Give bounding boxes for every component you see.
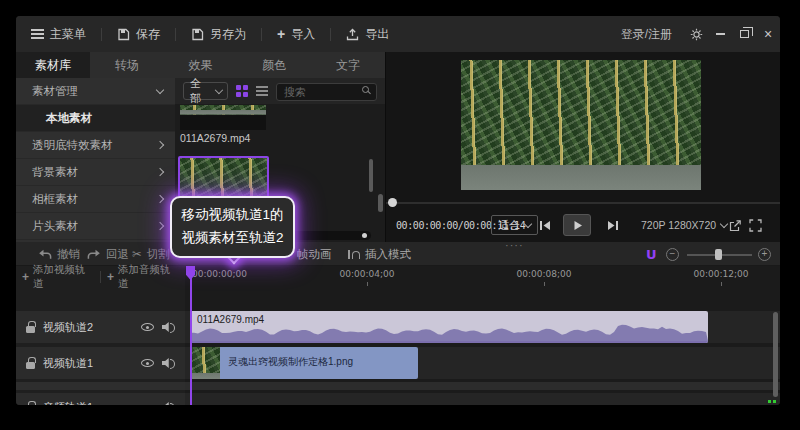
fullscreen-button[interactable]: [749, 219, 762, 232]
minimize-button[interactable]: [708, 16, 732, 52]
app-window: 主菜单 保存 另存为 + 导入 导出 登录/注册 ×: [16, 16, 780, 405]
lock-icon[interactable]: [26, 362, 35, 369]
chevron-down-icon: [214, 85, 222, 93]
timeline-ruler[interactable]: 00:00:00;00 00:00:04;00 00:00:08;00 00:0…: [185, 266, 780, 287]
export-button[interactable]: 导出: [331, 16, 404, 52]
thumbnail-size-slider[interactable]: [287, 231, 371, 240]
plus-icon: +: [22, 271, 29, 283]
seekbar-track[interactable]: [386, 202, 780, 204]
import-label: 导入: [291, 26, 315, 43]
snapshot-button[interactable]: [729, 219, 742, 232]
ruler-tick: 00:00:00;00: [192, 269, 247, 279]
play-icon: [572, 220, 583, 231]
plus-icon: +: [758, 248, 771, 261]
minimize-icon: [716, 33, 725, 35]
resize-grip[interactable]: [768, 400, 771, 403]
sidebar-item-background[interactable]: 背景素材: [16, 159, 175, 186]
preview-video[interactable]: [461, 60, 701, 190]
playhead[interactable]: [190, 266, 192, 405]
preview-seekbar[interactable]: [386, 198, 780, 208]
preview-panel: 00:00:00:00/00:00:11:14 适合 720P 1280X720: [385, 52, 780, 242]
clip-video[interactable]: 011A2679.mp4: [190, 311, 708, 343]
chevron-down-icon: [720, 219, 728, 227]
previous-frame-button[interactable]: [539, 220, 551, 231]
media-item-thumbnail[interactable]: [180, 105, 266, 130]
media-scrollbar[interactable]: [369, 159, 373, 192]
timeline-vertical-scrollbar[interactable]: [773, 312, 778, 397]
redo-icon: [87, 249, 101, 260]
settings-button[interactable]: [684, 16, 708, 52]
panel-splitter-handle[interactable]: [378, 194, 383, 212]
minus-icon: −: [666, 248, 679, 261]
undo-icon: [38, 249, 52, 260]
play-button[interactable]: [563, 214, 591, 236]
add-audio-track-button[interactable]: + 添加音频轨道: [101, 263, 185, 291]
zoom-slider-handle[interactable]: [715, 249, 722, 260]
tooltip-line1: 移动视频轨道1的: [181, 205, 283, 226]
track-header-video1[interactable]: 视频轨道1: [16, 347, 185, 379]
magnet-icon: U: [646, 247, 657, 262]
chevron-right-icon: [156, 141, 164, 149]
restore-button[interactable]: [732, 16, 756, 52]
track-header-audio1[interactable]: 音频轨道1: [16, 393, 185, 405]
media-filter-dropdown[interactable]: 全部: [183, 82, 228, 100]
zoom-in-button[interactable]: +: [758, 242, 771, 266]
timeline-lanes[interactable]: 00:00:00;00 00:00:04;00 00:00:08;00 00:0…: [185, 266, 780, 405]
track-header-video2[interactable]: 视频轨道2: [16, 311, 185, 343]
titlebar: 主菜单 保存 另存为 + 导入 导出 登录/注册 ×: [16, 16, 780, 52]
export-icon: [346, 28, 359, 41]
seekbar-handle[interactable]: [388, 198, 397, 207]
speaker-icon[interactable]: [162, 322, 175, 332]
fit-mode-dropdown[interactable]: 适合: [491, 215, 538, 235]
snap-magnet-button[interactable]: U: [646, 242, 657, 266]
keyframe-animation-button[interactable]: 帧动画: [297, 242, 332, 266]
chevron-down-icon: [156, 85, 164, 93]
export-frame-icon: [729, 219, 742, 232]
sidebar-item-local-material[interactable]: 本地素材: [16, 105, 175, 132]
close-button[interactable]: ×: [756, 16, 780, 52]
hamburger-icon: [31, 29, 44, 39]
timeline-zoom-slider[interactable]: [687, 242, 752, 266]
save-as-button[interactable]: 另存为: [176, 16, 261, 52]
search-input[interactable]: [276, 83, 377, 101]
sidebar-item-transparent-fx[interactable]: 透明底特效素材: [16, 132, 175, 159]
preview-controls: 00:00:00:00/00:00:11:14 适合 720P 1280X720: [386, 208, 780, 242]
sidebar-item-intros[interactable]: 片头素材: [16, 213, 175, 240]
track-header-column: + 添加视频轨道 + 添加音频轨道 视频轨道2 视频轨道1: [16, 266, 185, 405]
tab-material-library[interactable]: 素材库: [16, 52, 90, 78]
insert-mode-icon: [348, 250, 360, 259]
tab-transitions[interactable]: 转场: [90, 52, 164, 78]
grid-view-icon[interactable]: [236, 85, 248, 97]
lane-audio1[interactable]: [185, 393, 780, 405]
clip-image[interactable]: 灵魂出窍视频制作定格1.png: [190, 347, 418, 379]
tab-color[interactable]: 颜色: [237, 52, 311, 78]
speaker-icon[interactable]: [162, 358, 175, 368]
fullscreen-icon: [749, 219, 762, 232]
save-button[interactable]: 保存: [102, 16, 175, 52]
tab-effects[interactable]: 效果: [164, 52, 238, 78]
timeline-splitter-handle[interactable]: ····: [505, 239, 524, 251]
list-view-icon[interactable]: [256, 86, 267, 96]
save-icon: [117, 28, 130, 41]
resize-grip[interactable]: [773, 400, 776, 403]
zoom-out-button[interactable]: −: [666, 242, 679, 266]
tab-text[interactable]: 文字: [311, 52, 385, 78]
login-register-link[interactable]: 登录/注册: [609, 26, 684, 43]
main-menu-button[interactable]: 主菜单: [16, 16, 101, 52]
material-sidebar: 素材管理 本地素材 透明底特效素材 背景素材 相框素材 片头素材: [16, 78, 175, 242]
add-video-track-button[interactable]: + 添加视频轨道: [16, 263, 100, 291]
drag-hint-tooltip: 移动视频轨道1的 视频素材至轨道2: [170, 196, 295, 258]
speaker-icon[interactable]: [162, 402, 175, 405]
restore-icon: [740, 30, 749, 38]
export-label: 导出: [365, 26, 389, 43]
import-button[interactable]: + 导入: [262, 16, 330, 52]
timeline-section: ···· 撤销 回退 ✂ 切割 帧动画 插入模式 U: [16, 242, 780, 405]
sidebar-item-frames[interactable]: 相框素材: [16, 186, 175, 213]
visibility-eye-icon[interactable]: [141, 359, 154, 367]
sidebar-item-material-management[interactable]: 素材管理: [16, 78, 175, 105]
insert-mode-button[interactable]: 插入模式: [348, 242, 411, 266]
next-frame-button[interactable]: [607, 220, 619, 231]
visibility-eye-icon[interactable]: [141, 323, 154, 331]
lock-icon[interactable]: [26, 326, 35, 333]
resolution-dropdown[interactable]: 720P 1280X720: [641, 219, 727, 231]
